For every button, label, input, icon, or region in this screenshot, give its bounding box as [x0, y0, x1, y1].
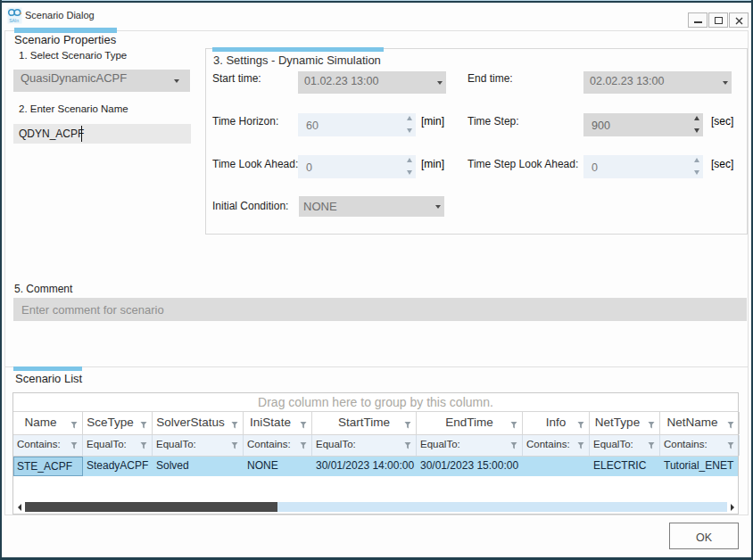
svg-text:SAIn: SAIn [9, 18, 19, 23]
